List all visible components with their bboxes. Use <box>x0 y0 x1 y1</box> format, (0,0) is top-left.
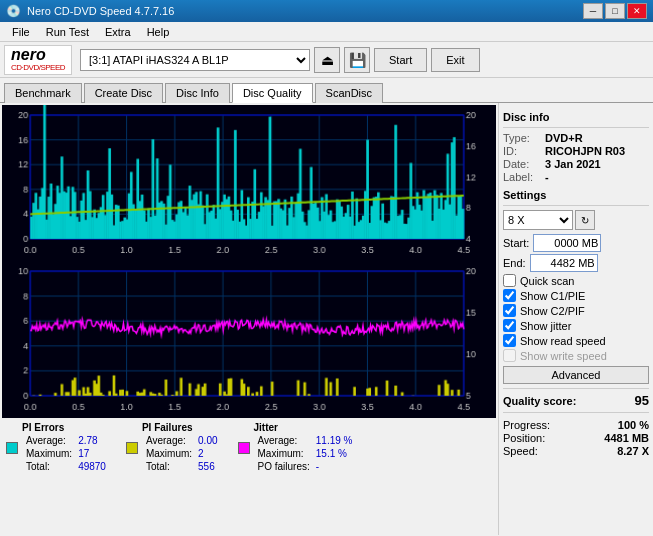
start-row: Start: <box>503 234 649 252</box>
jitter-po-value: - <box>314 461 355 472</box>
close-button[interactable]: ✕ <box>627 3 647 19</box>
quick-scan-checkbox[interactable] <box>503 274 516 287</box>
show-write-checkbox[interactable] <box>503 349 516 362</box>
nero-sub-text: CD·DVD/SPEED <box>11 63 65 72</box>
quick-scan-label: Quick scan <box>520 275 574 287</box>
pif-avg-value: 0.00 <box>196 435 219 446</box>
progress-section: Progress: 100 % Position: 4481 MB Speed:… <box>503 419 649 457</box>
nero-logo-area: nero CD·DVD/SPEED <box>4 45 72 75</box>
show-write-label: Show write speed <box>520 350 607 362</box>
progress-label: Progress: <box>503 419 550 431</box>
position-row: Position: 4481 MB <box>503 432 649 444</box>
title-bar-controls: ─ □ ✕ <box>583 3 647 19</box>
jitter-max-label: Maximum: <box>256 448 312 459</box>
title-bar-left: 💿 Nero CD-DVD Speed 4.7.7.16 <box>6 4 174 18</box>
drive-select-area: [3:1] ATAPI iHAS324 A BL1P <box>80 49 310 71</box>
advanced-button[interactable]: Advanced <box>503 366 649 384</box>
disc-label-row: Label: - <box>503 171 649 183</box>
refresh-button[interactable]: ↻ <box>575 210 595 230</box>
app-icon: 💿 <box>6 4 21 18</box>
pif-max-label: Maximum: <box>144 448 194 459</box>
disc-id-value: RICOHJPN R03 <box>545 145 625 157</box>
disc-label-label: Label: <box>503 171 541 183</box>
right-panel: Disc info Type: DVD+R ID: RICOHJPN R03 D… <box>498 103 653 535</box>
show-read-label: Show read speed <box>520 335 606 347</box>
eject-button[interactable]: ⏏ <box>314 47 340 73</box>
start-input[interactable] <box>533 234 601 252</box>
pi-failures-stat: PI Failures Average:0.00 Maximum:2 Total… <box>126 422 222 474</box>
show-c1-checkbox[interactable] <box>503 289 516 302</box>
divider1 <box>503 127 649 128</box>
stats-row: PI Errors Average:2.78 Maximum:17 Total:… <box>2 418 496 474</box>
menu-extra[interactable]: Extra <box>97 24 139 40</box>
start-button[interactable]: Start <box>374 48 427 72</box>
show-c2-label: Show C2/PIF <box>520 305 585 317</box>
quality-score-value: 95 <box>635 393 649 408</box>
speed-row: 8 X ↻ <box>503 210 649 230</box>
toolbar: nero CD·DVD/SPEED [3:1] ATAPI iHAS324 A … <box>0 42 653 78</box>
menu-file[interactable]: File <box>4 24 38 40</box>
tabs-bar: Benchmark Create Disc Disc Info Disc Qua… <box>0 78 653 103</box>
quick-scan-row: Quick scan <box>503 274 649 287</box>
progress-row: Progress: 100 % <box>503 419 649 431</box>
jitter-label: Jitter <box>254 422 357 433</box>
tab-create-disc[interactable]: Create Disc <box>84 83 163 103</box>
pi-avg-value: 2.78 <box>76 435 108 446</box>
tab-disc-info[interactable]: Disc Info <box>165 83 230 103</box>
pi-total-value: 49870 <box>76 461 108 472</box>
end-input[interactable] <box>530 254 598 272</box>
quality-score-row: Quality score: 95 <box>503 393 649 408</box>
exit-button[interactable]: Exit <box>431 48 479 72</box>
jitter-avg-label: Average: <box>256 435 312 446</box>
jitter-stat: Jitter Average:11.19 % Maximum:15.1 % PO… <box>238 422 357 474</box>
title-bar: 💿 Nero CD-DVD Speed 4.7.7.16 ─ □ ✕ <box>0 0 653 22</box>
drive-dropdown[interactable]: [3:1] ATAPI iHAS324 A BL1P <box>80 49 310 71</box>
show-read-row: Show read speed <box>503 334 649 347</box>
disc-date-value: 3 Jan 2021 <box>545 158 601 170</box>
disc-type-label: Type: <box>503 132 541 144</box>
end-label: End: <box>503 257 526 269</box>
quality-score-label: Quality score: <box>503 395 576 407</box>
pi-max-label: Maximum: <box>24 448 74 459</box>
show-write-row: Show write speed <box>503 349 649 362</box>
save-button[interactable]: 💾 <box>344 47 370 73</box>
pi-failures-label: PI Failures <box>142 422 222 433</box>
tab-disc-quality[interactable]: Disc Quality <box>232 83 313 103</box>
tab-benchmark[interactable]: Benchmark <box>4 83 82 103</box>
progress-value: 100 % <box>618 419 649 431</box>
minimize-button[interactable]: ─ <box>583 3 603 19</box>
nero-logo-text: nero <box>11 47 65 63</box>
pif-total-label: Total: <box>144 461 194 472</box>
pi-failures-table: Average:0.00 Maximum:2 Total:556 <box>142 433 222 474</box>
jitter-table: Average:11.19 % Maximum:15.1 % PO failur… <box>254 433 357 474</box>
disc-date-label: Date: <box>503 158 541 170</box>
title-bar-text: Nero CD-DVD Speed 4.7.7.16 <box>27 5 174 17</box>
show-c2-checkbox[interactable] <box>503 304 516 317</box>
pif-total-value: 556 <box>196 461 219 472</box>
main-content: PI Errors Average:2.78 Maximum:17 Total:… <box>0 103 653 535</box>
pi-errors-color <box>6 442 18 454</box>
jitter-color <box>238 442 250 454</box>
disc-date-row: Date: 3 Jan 2021 <box>503 158 649 170</box>
menu-bar: File Run Test Extra Help <box>0 22 653 42</box>
show-read-checkbox[interactable] <box>503 334 516 347</box>
menu-help[interactable]: Help <box>139 24 178 40</box>
position-value: 4481 MB <box>604 432 649 444</box>
show-c2-row: Show C2/PIF <box>503 304 649 317</box>
disc-label-value: - <box>545 171 549 183</box>
charts-area: PI Errors Average:2.78 Maximum:17 Total:… <box>0 103 498 535</box>
maximize-button[interactable]: □ <box>605 3 625 19</box>
pie-chart <box>2 105 496 261</box>
show-jitter-label: Show jitter <box>520 320 571 332</box>
jitter-max-value: 15.1 % <box>314 448 355 459</box>
end-row: End: <box>503 254 649 272</box>
pi-errors-table: Average:2.78 Maximum:17 Total:49870 <box>22 433 110 474</box>
divider3 <box>503 388 649 389</box>
show-jitter-checkbox[interactable] <box>503 319 516 332</box>
disc-type-row: Type: DVD+R <box>503 132 649 144</box>
speed-select[interactable]: 8 X <box>503 210 573 230</box>
speed-value: 8.27 X <box>617 445 649 457</box>
divider2 <box>503 205 649 206</box>
menu-run-test[interactable]: Run Test <box>38 24 97 40</box>
tab-scan-disc[interactable]: ScanDisc <box>315 83 383 103</box>
